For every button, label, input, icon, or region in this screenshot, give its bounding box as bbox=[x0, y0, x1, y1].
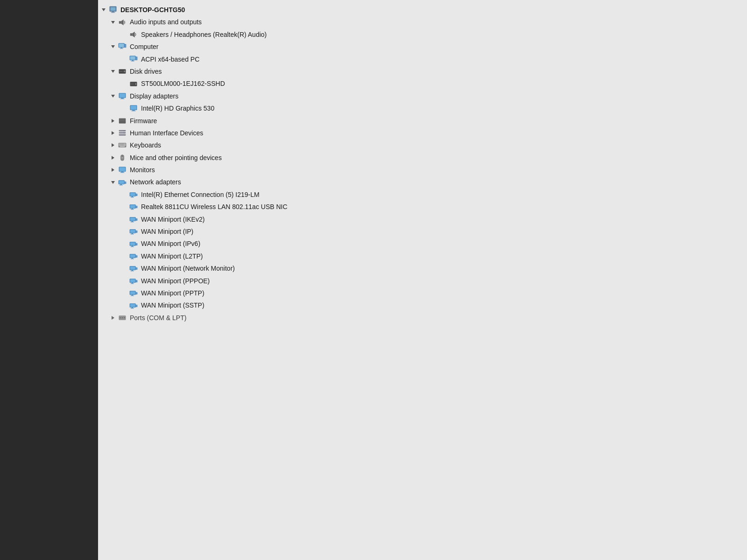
svg-rect-120 bbox=[131, 283, 134, 284]
disk-icon bbox=[118, 67, 127, 76]
wan-ikev2-label: WAN Miniport (IKEv2) bbox=[141, 214, 204, 224]
mice-expander[interactable] bbox=[109, 154, 117, 161]
disk-label: Disk drives bbox=[130, 66, 162, 77]
svg-rect-79 bbox=[120, 184, 122, 185]
ports-expander[interactable] bbox=[109, 314, 117, 322]
tree-item-wan-netmon[interactable]: WAN Miniport (Network Monitor) bbox=[98, 262, 747, 274]
svg-rect-91 bbox=[136, 206, 138, 209]
svg-marker-54 bbox=[112, 143, 114, 147]
svg-rect-119 bbox=[132, 282, 134, 283]
svg-rect-118 bbox=[130, 279, 135, 282]
firmware-icon bbox=[118, 116, 127, 126]
svg-rect-60 bbox=[124, 144, 126, 145]
tree-item-intel-gpu[interactable]: Intel(R) HD Graphics 530 bbox=[98, 102, 747, 114]
svg-rect-108 bbox=[130, 254, 135, 257]
disk-expander[interactable] bbox=[109, 68, 117, 75]
tree-item-wan-sstp[interactable]: WAN Miniport (SSTP) bbox=[98, 299, 747, 311]
computer-expander[interactable] bbox=[109, 43, 117, 50]
tree-item-display[interactable]: Display adapters bbox=[98, 90, 747, 102]
svg-rect-106 bbox=[136, 243, 138, 245]
svg-rect-96 bbox=[136, 218, 138, 221]
firmware-expander[interactable] bbox=[109, 117, 117, 125]
svg-rect-13 bbox=[120, 48, 122, 49]
svg-rect-62 bbox=[120, 145, 121, 146]
svg-rect-4 bbox=[111, 13, 115, 13]
tree-item-ports[interactable]: Ports (COM & LPT) bbox=[98, 312, 747, 324]
tree-item-wan-ikev2[interactable]: WAN Miniport (IKEv2) bbox=[98, 213, 747, 225]
tree-item-network[interactable]: Network adapters bbox=[98, 176, 747, 188]
audio-expander[interactable] bbox=[109, 19, 117, 26]
tree-item-realtek-wifi[interactable]: Realtek 8811CU Wireless LAN 802.11ac USB… bbox=[98, 201, 747, 213]
svg-rect-61 bbox=[119, 145, 120, 146]
mice-label: Mice and other pointing devices bbox=[130, 153, 222, 163]
tree-item-wan-ip[interactable]: WAN Miniport (IP) bbox=[98, 225, 747, 238]
device-manager-panel[interactable]: DESKTOP-GCHTG50 Audio inputs and outputs bbox=[98, 0, 747, 560]
svg-rect-6 bbox=[119, 21, 121, 23]
svg-rect-104 bbox=[132, 245, 134, 246]
tree-item-computer[interactable]: Computer bbox=[98, 41, 747, 53]
tree-item-monitors[interactable]: Monitors bbox=[98, 164, 747, 176]
svg-rect-80 bbox=[120, 185, 123, 185]
svg-marker-44 bbox=[112, 131, 114, 135]
svg-marker-71 bbox=[112, 168, 114, 172]
wan-ip-label: WAN Miniport (IP) bbox=[141, 226, 193, 237]
svg-point-136 bbox=[124, 317, 125, 319]
tree-root[interactable]: DESKTOP-GCHTG50 bbox=[98, 4, 747, 16]
tree-item-hid[interactable]: Human Interface Devices bbox=[98, 127, 747, 139]
display-expander[interactable] bbox=[109, 92, 117, 100]
hid-label: Human Interface Devices bbox=[130, 128, 203, 138]
svg-rect-124 bbox=[132, 295, 134, 296]
svg-rect-57 bbox=[120, 144, 121, 145]
tree-item-wan-ipv6[interactable]: WAN Miniport (IPv6) bbox=[98, 238, 747, 250]
monitors-expander[interactable] bbox=[109, 166, 117, 174]
svg-rect-98 bbox=[130, 230, 135, 233]
svg-marker-21 bbox=[111, 70, 115, 73]
keyboards-expander[interactable] bbox=[109, 141, 117, 149]
tree-item-sshd[interactable]: ST500LM000-1EJ162-SSHD bbox=[98, 77, 747, 90]
keyboards-label: Keyboards bbox=[130, 140, 161, 150]
tree-item-speakers[interactable]: Speakers / Headphones (Realtek(R) Audio) bbox=[98, 28, 747, 41]
wan-sstp-label: WAN Miniport (SSTP) bbox=[141, 300, 204, 310]
tree-item-acpi[interactable]: ACPI x64-based PC bbox=[98, 53, 747, 65]
svg-rect-36 bbox=[131, 106, 137, 110]
network-small-icon-3 bbox=[129, 227, 138, 236]
svg-rect-123 bbox=[130, 292, 135, 294]
svg-rect-86 bbox=[136, 194, 138, 196]
svg-rect-64 bbox=[123, 145, 124, 146]
svg-rect-78 bbox=[119, 181, 124, 183]
tree-item-keyboards[interactable]: Keyboards bbox=[98, 139, 747, 151]
svg-rect-130 bbox=[131, 308, 134, 308]
svg-rect-114 bbox=[132, 270, 134, 271]
tree-item-mice[interactable]: Mice and other pointing devices bbox=[98, 152, 747, 164]
svg-rect-74 bbox=[121, 172, 123, 173]
ports-label: Ports (COM & LPT) bbox=[130, 313, 186, 323]
svg-rect-58 bbox=[121, 144, 122, 145]
svg-rect-103 bbox=[130, 242, 135, 245]
svg-rect-84 bbox=[132, 196, 134, 197]
svg-rect-129 bbox=[132, 307, 134, 308]
svg-rect-99 bbox=[132, 233, 134, 234]
svg-marker-30 bbox=[111, 95, 115, 98]
speakers-label: Speakers / Headphones (Realtek(R) Audio) bbox=[141, 29, 267, 40]
svg-rect-48 bbox=[120, 131, 120, 131]
tree-item-disk[interactable]: Disk drives bbox=[98, 65, 747, 77]
hid-expander[interactable] bbox=[109, 129, 117, 137]
network-expander[interactable] bbox=[109, 179, 117, 186]
speaker-small-icon bbox=[129, 30, 138, 39]
tree-item-wan-l2tp[interactable]: WAN Miniport (L2TP) bbox=[98, 250, 747, 262]
mouse-icon bbox=[118, 153, 127, 162]
svg-marker-5 bbox=[111, 21, 115, 24]
svg-rect-75 bbox=[120, 173, 125, 173]
tree-item-wan-pptp[interactable]: WAN Miniport (PPTP) bbox=[98, 287, 747, 299]
svg-rect-94 bbox=[132, 221, 134, 222]
svg-rect-18 bbox=[132, 60, 134, 61]
tree-item-firmware[interactable]: Firmware bbox=[98, 115, 747, 127]
tree-item-wan-pppoe[interactable]: WAN Miniport (PPPOE) bbox=[98, 275, 747, 287]
root-expander[interactable] bbox=[100, 6, 107, 14]
tree-item-intel-eth[interactable]: Intel(R) Ethernet Connection (5) I219-LM bbox=[98, 189, 747, 201]
svg-rect-37 bbox=[132, 110, 134, 111]
display-icon bbox=[118, 91, 127, 101]
ports-icon bbox=[118, 313, 127, 322]
svg-rect-59 bbox=[123, 144, 124, 145]
tree-item-audio[interactable]: Audio inputs and outputs bbox=[98, 16, 747, 28]
